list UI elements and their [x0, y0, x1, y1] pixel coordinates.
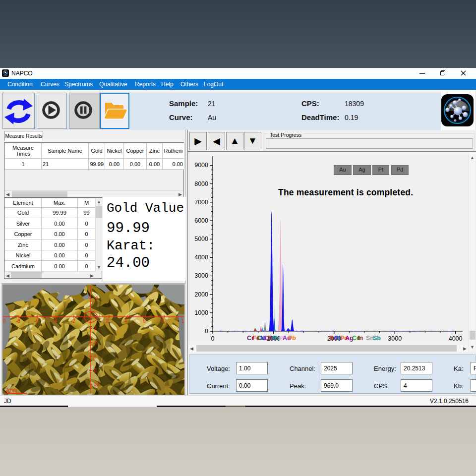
svg-text:6000: 6000: [194, 217, 208, 224]
svg-text:6: 6: [143, 318, 146, 324]
svg-text:2mm: 2mm: [5, 387, 17, 393]
svg-text:8: 8: [161, 318, 164, 324]
svg-text:9000: 9000: [194, 162, 208, 169]
svg-text:In: In: [357, 335, 363, 342]
svg-text:2: 2: [106, 318, 109, 324]
svg-text:-2: -2: [94, 296, 98, 301]
svg-text:8000: 8000: [194, 180, 208, 187]
svg-text:10: 10: [94, 382, 100, 387]
svg-text:6: 6: [94, 354, 97, 359]
svg-text:3000: 3000: [194, 272, 208, 279]
svg-text:-8: -8: [16, 318, 20, 324]
svg-text:Sb: Sb: [373, 335, 381, 342]
svg-text:1: 1: [181, 318, 184, 324]
svg-text:5000: 5000: [194, 236, 208, 242]
svg-text:1000: 1000: [194, 309, 208, 316]
svg-text:7000: 7000: [194, 199, 208, 206]
svg-text:2: 2: [94, 326, 97, 331]
svg-text:0: 0: [211, 335, 215, 342]
svg-text:0: 0: [205, 328, 208, 335]
svg-text:4000: 4000: [194, 254, 208, 261]
svg-text:2000: 2000: [194, 291, 208, 298]
svg-text:Pb: Pb: [288, 335, 296, 342]
svg-text:-6: -6: [34, 318, 39, 324]
svg-text:-2: -2: [71, 318, 75, 324]
svg-text:3000: 3000: [388, 335, 402, 342]
svg-text:0: 0: [3, 318, 6, 324]
svg-text:8: 8: [94, 368, 97, 373]
svg-text:4: 4: [94, 340, 97, 346]
svg-text:4: 4: [124, 318, 127, 324]
svg-text:-4: -4: [53, 318, 57, 324]
svg-text:4000: 4000: [449, 335, 463, 342]
